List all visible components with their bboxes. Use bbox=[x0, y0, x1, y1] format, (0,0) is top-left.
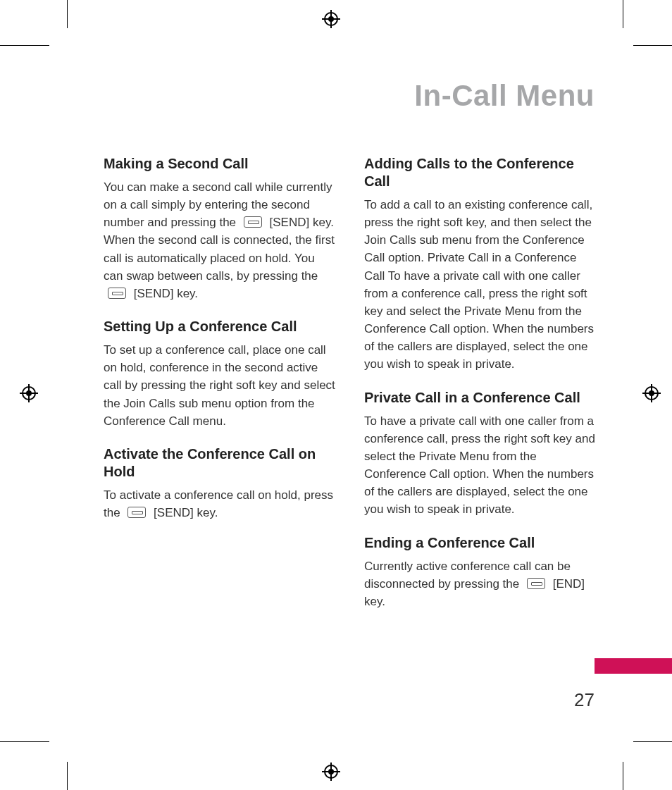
section-heading: Adding Calls to the Conference Call bbox=[364, 155, 597, 190]
send-key-icon bbox=[127, 507, 146, 518]
body-text: [SEND] key. bbox=[134, 287, 198, 300]
crop-mark bbox=[633, 741, 672, 742]
content-columns: Making a Second Call You can make a seco… bbox=[104, 155, 597, 626]
registration-mark-icon bbox=[20, 384, 38, 402]
crop-mark bbox=[67, 762, 68, 790]
crop-mark bbox=[0, 741, 49, 742]
section-body: To have a private call with one caller f… bbox=[364, 412, 597, 519]
crop-mark bbox=[623, 0, 623, 28]
send-key-icon bbox=[108, 288, 126, 299]
registration-mark-icon bbox=[642, 384, 661, 402]
section-heading: Ending a Conference Call bbox=[364, 534, 597, 552]
section-heading: Making a Second Call bbox=[104, 155, 336, 173]
registration-mark-icon bbox=[322, 10, 340, 28]
section-adding-calls-conference: Adding Calls to the Conference Call To a… bbox=[364, 155, 597, 374]
section-heading: Activate the Conference Call on Hold bbox=[104, 445, 336, 481]
end-key-icon bbox=[527, 578, 545, 589]
section-body: To activate a conference call on hold, p… bbox=[104, 486, 336, 521]
right-column: Adding Calls to the Conference Call To a… bbox=[364, 155, 597, 626]
section-heading: Private Call in a Conference Call bbox=[364, 389, 597, 407]
section-body: To set up a conference call, place one c… bbox=[104, 341, 336, 430]
section-body: To add a call to an existing conference … bbox=[364, 196, 597, 374]
send-key-icon bbox=[244, 216, 262, 228]
page-number: 27 bbox=[574, 689, 595, 711]
left-column: Making a Second Call You can make a seco… bbox=[104, 155, 336, 626]
crop-mark bbox=[633, 45, 672, 46]
crop-mark bbox=[0, 45, 49, 46]
section-private-call-conference: Private Call in a Conference Call To hav… bbox=[364, 389, 597, 519]
accent-bar bbox=[595, 658, 672, 674]
section-activate-conference-hold: Activate the Conference Call on Hold To … bbox=[104, 445, 336, 521]
body-text: [SEND] key. bbox=[154, 506, 218, 519]
section-body: You can make a second call while current… bbox=[104, 178, 336, 302]
section-heading: Setting Up a Conference Call bbox=[104, 318, 336, 335]
document-page: In-Call Menu Making a Second Call You ca… bbox=[0, 0, 672, 790]
page-title: In-Call Menu bbox=[414, 79, 595, 113]
registration-mark-icon bbox=[322, 763, 340, 781]
crop-mark bbox=[623, 762, 623, 790]
crop-mark bbox=[67, 0, 68, 28]
section-setting-up-conference: Setting Up a Conference Call To set up a… bbox=[104, 318, 336, 430]
section-making-second-call: Making a Second Call You can make a seco… bbox=[104, 155, 336, 302]
section-body: Currently active conference call can be … bbox=[364, 557, 597, 610]
section-ending-conference: Ending a Conference Call Currently activ… bbox=[364, 534, 597, 610]
